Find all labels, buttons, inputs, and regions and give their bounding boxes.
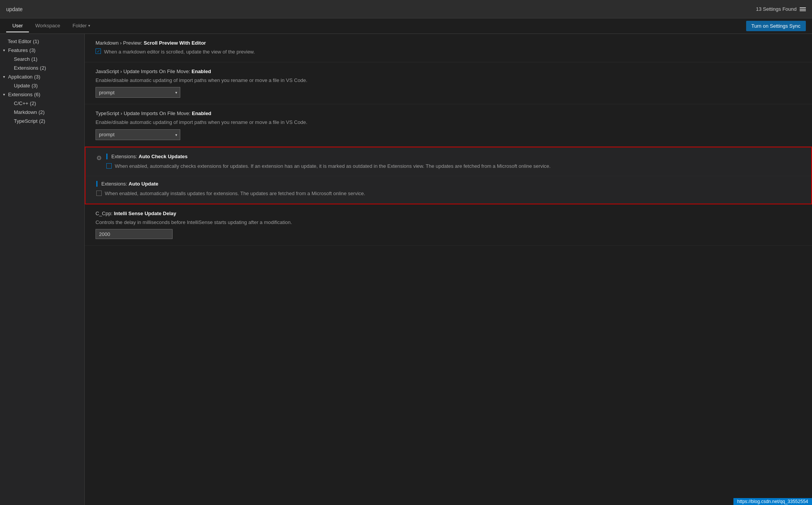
ts-imports-title: TypeScript › Update Imports On File Move… xyxy=(96,110,801,116)
setting-auto-check-updates: ⚙ Extensions: Auto Check Updates When en… xyxy=(86,147,811,176)
tabs-bar: User Workspace Folder ▾ Turn on Settings… xyxy=(0,18,812,34)
gear-icon: ⚙ xyxy=(96,154,102,162)
search-input[interactable]: update xyxy=(6,6,756,12)
js-imports-description: Enable/disable automatic updating of imp… xyxy=(96,77,801,84)
search-results-info: 13 Settings Found xyxy=(756,6,806,12)
sidebar-item-application[interactable]: ▾ Application (3) xyxy=(0,72,84,81)
tab-folder[interactable]: Folder ▾ xyxy=(66,20,96,32)
arrow-icon: ▾ xyxy=(3,92,5,97)
list-icon[interactable] xyxy=(800,7,806,11)
auto-check-content: Extensions: Auto Check Updates When enab… xyxy=(106,154,800,170)
sidebar-item-label: Search xyxy=(14,56,30,62)
results-count-label: 13 Settings Found xyxy=(756,6,797,12)
js-imports-select-wrapper: prompt always never ▾ xyxy=(96,87,180,98)
status-bar: https://blog.csdn.net/qq_33552554 xyxy=(733,498,812,505)
tabs-left: User Workspace Folder ▾ xyxy=(6,20,96,32)
ts-imports-select[interactable]: prompt always never xyxy=(96,129,180,140)
sidebar: Text Editor (1) ▾ Features (3) Search (1… xyxy=(0,34,85,505)
sidebar-item-cpp[interactable]: C/C++ (2) xyxy=(0,99,84,108)
sidebar-item-label: Extensions xyxy=(8,92,33,97)
gear-setting-row: ⚙ Extensions: Auto Check Updates When en… xyxy=(96,154,800,170)
arrow-icon: ▾ xyxy=(3,48,5,52)
sidebar-item-text-editor[interactable]: Text Editor (1) xyxy=(0,37,84,46)
sidebar-item-extensions[interactable]: ▾ Extensions (6) xyxy=(0,90,84,99)
auto-check-checkbox-row: When enabled, automatically checks exten… xyxy=(106,162,800,170)
setting-markdown-title: Markdown › Preview: Scroll Preview With … xyxy=(96,40,801,46)
setting-js-imports: JavaScript › Update Imports On File Move… xyxy=(85,62,812,105)
auto-update-description: When enabled, automatically installs upd… xyxy=(105,190,365,197)
sidebar-item-label: Text Editor xyxy=(8,38,31,44)
sidebar-item-label: Application xyxy=(8,74,33,80)
markdown-checkbox-label: When a markdown editor is scrolled, upda… xyxy=(104,48,255,56)
ts-imports-select-wrapper: prompt always never ▾ xyxy=(96,129,180,140)
auto-check-description: When enabled, automatically checks exten… xyxy=(115,162,550,170)
sync-button[interactable]: Turn on Settings Sync xyxy=(746,21,806,31)
auto-check-checkbox[interactable] xyxy=(106,163,112,169)
tab-workspace[interactable]: Workspace xyxy=(29,20,66,32)
setting-cpp-intellisense: C_Cpp: Intelli Sense Update Delay Contro… xyxy=(85,204,812,246)
sidebar-item-label: TypeScript xyxy=(14,118,37,124)
cpp-intellisense-description: Controls the delay in milliseconds befor… xyxy=(96,219,801,226)
arrow-icon: ▾ xyxy=(3,75,5,79)
sidebar-item-label: Features xyxy=(8,47,28,53)
sidebar-item-label: Update xyxy=(14,83,30,89)
auto-update-checkbox[interactable] xyxy=(96,191,102,196)
highlight-section: ⚙ Extensions: Auto Check Updates When en… xyxy=(85,147,812,204)
auto-update-title: Extensions: Auto Update xyxy=(96,181,800,187)
sidebar-item-label: Markdown xyxy=(14,109,37,115)
auto-check-title: Extensions: Auto Check Updates xyxy=(106,154,800,159)
main-layout: Text Editor (1) ▾ Features (3) Search (1… xyxy=(0,34,812,505)
chevron-down-icon: ▾ xyxy=(88,23,90,28)
tab-user[interactable]: User xyxy=(6,20,29,32)
cpp-intellisense-title: C_Cpp: Intelli Sense Update Delay xyxy=(96,211,801,216)
setting-auto-update: Extensions: Auto Update When enabled, au… xyxy=(86,176,811,204)
sidebar-item-extensions-features[interactable]: Extensions (2) xyxy=(0,64,84,72)
sidebar-item-typescript[interactable]: TypeScript (2) xyxy=(0,117,84,125)
sidebar-item-search[interactable]: Search (1) xyxy=(0,55,84,64)
status-url: https://blog.csdn.net/qq_33552554 xyxy=(737,499,808,504)
sidebar-item-label: Extensions xyxy=(14,65,39,71)
sidebar-item-update[interactable]: Update (3) xyxy=(0,81,84,90)
setting-markdown-preview: Markdown › Preview: Scroll Preview With … xyxy=(85,34,812,62)
ts-imports-description: Enable/disable automatic updating of imp… xyxy=(96,119,801,126)
markdown-checkbox-row: When a markdown editor is scrolled, upda… xyxy=(96,48,801,56)
sidebar-item-features[interactable]: ▾ Features (3) xyxy=(0,46,84,55)
content-area: Markdown › Preview: Scroll Preview With … xyxy=(85,34,812,505)
js-imports-title: JavaScript › Update Imports On File Move… xyxy=(96,69,801,74)
sidebar-item-label: C/C++ xyxy=(14,100,29,106)
search-bar: update 13 Settings Found xyxy=(0,0,812,18)
cpp-delay-input[interactable] xyxy=(96,229,173,239)
js-imports-select[interactable]: prompt always never xyxy=(96,87,180,98)
sidebar-item-markdown[interactable]: Markdown (2) xyxy=(0,108,84,117)
setting-ts-imports: TypeScript › Update Imports On File Move… xyxy=(85,104,812,147)
markdown-checkbox[interactable] xyxy=(96,48,101,54)
auto-update-checkbox-row: When enabled, automatically installs upd… xyxy=(96,190,800,197)
